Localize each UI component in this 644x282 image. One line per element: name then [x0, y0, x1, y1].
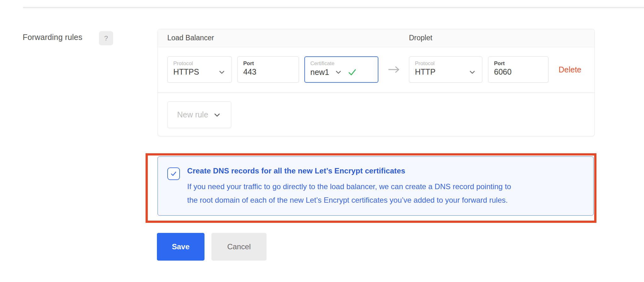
certificate-label: Certificate: [310, 60, 372, 66]
dns-records-banner: Create DNS records for all the new Let’s…: [158, 156, 594, 216]
droplet-port-input[interactable]: [494, 67, 543, 76]
forward-arrow-icon: [385, 65, 403, 75]
droplet-protocol-value: HTTP: [415, 67, 435, 76]
forwarding-rules-page: Forwarding rules ? Load Balancer Droplet…: [0, 0, 644, 282]
lb-protocol-label: Protocol: [173, 60, 226, 66]
new-rule-dropdown[interactable]: New rule: [167, 101, 231, 128]
chevron-down-icon: [213, 110, 221, 119]
chevron-down-icon: [468, 68, 476, 76]
droplet-protocol-select[interactable]: Protocol HTTP: [409, 56, 482, 83]
certificate-value: new1: [310, 68, 329, 77]
cancel-button[interactable]: Cancel: [211, 233, 267, 261]
delete-rule-button[interactable]: Delete: [559, 56, 581, 83]
card-row-divider: [158, 92, 595, 93]
chevron-down-icon: [218, 68, 226, 76]
lb-protocol-select[interactable]: Protocol HTTPS: [167, 56, 232, 83]
droplet-protocol-label: Protocol: [415, 60, 476, 66]
certificate-valid-check-icon: [348, 67, 357, 77]
section-label: Forwarding rules: [23, 33, 82, 42]
droplet-port-field: Port: [488, 56, 549, 83]
lb-protocol-value: HTTPS: [173, 67, 199, 76]
dns-banner-description: If you need your traffic to go directly …: [187, 180, 587, 207]
top-divider: [23, 7, 644, 8]
certificate-select[interactable]: Certificate new1: [304, 56, 378, 83]
lb-port-input[interactable]: [243, 67, 293, 76]
forwarding-rules-card: Load Balancer Droplet Protocol HTTPS Por…: [158, 29, 595, 136]
droplet-port-label: Port: [494, 60, 543, 66]
droplet-column-header: Droplet: [409, 34, 432, 42]
save-button[interactable]: Save: [157, 233, 204, 261]
load-balancer-column-header: Load Balancer: [167, 34, 214, 42]
checkbox-check-icon: [170, 170, 178, 178]
lb-port-field: Port: [237, 56, 299, 83]
help-badge[interactable]: ?: [99, 31, 113, 45]
new-rule-label: New rule: [177, 110, 208, 119]
dns-banner-description-line2: the root domain of each of the new Let’s…: [187, 193, 587, 207]
create-dns-records-checkbox[interactable]: [167, 167, 180, 180]
dns-banner-title: Create DNS records for all the new Let’s…: [187, 166, 405, 175]
card-header: Load Balancer Droplet: [158, 29, 595, 47]
dns-banner-description-line1: If you need your traffic to go directly …: [187, 180, 587, 193]
lb-port-label: Port: [243, 60, 293, 66]
chevron-down-icon: [334, 68, 342, 76]
